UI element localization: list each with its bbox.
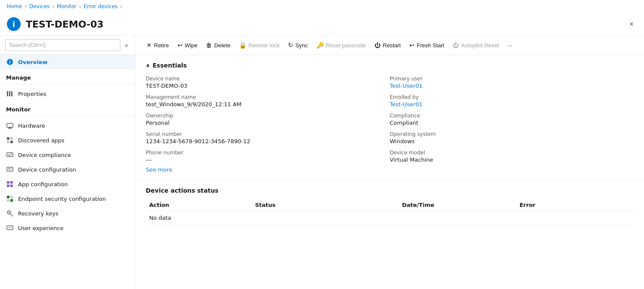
svg-rect-5 [7,123,13,127]
collapse-button[interactable]: « [123,40,130,50]
sidebar-item-device-compliance[interactable]: Device compliance [0,148,135,162]
svg-rect-12 [7,153,13,157]
col-header-status: Status [251,199,399,211]
col-header-error: Error [516,199,634,211]
device-model-value: Virtual Machine [390,157,634,163]
reset-passcode-icon: 🔑 [316,42,324,49]
see-more-link[interactable]: See more [146,166,172,173]
retire-label: Retire [154,42,169,49]
enrolled-by-value[interactable]: Test-User01 [390,101,634,108]
breadcrumb-devices[interactable]: Devices [29,3,49,9]
overview-label: Overview [18,59,48,65]
search-row: « [0,36,135,55]
remote-lock-button: 🔒 Remote lock [235,39,284,51]
device-configuration-icon [6,166,14,173]
hardware-icon [6,122,14,129]
content-area: ✕ Retire ↩ Wipe 🗑 Delete 🔒 Remote lock ↻ [135,36,644,289]
svg-rect-21 [10,184,13,187]
essentials-header[interactable]: ∧ Essentials [146,62,634,69]
toolbar: ✕ Retire ↩ Wipe 🗑 Delete 🔒 Remote lock ↻ [135,36,644,55]
svg-rect-3 [9,91,10,96]
col-header-action: Action [146,199,251,211]
svg-rect-24 [7,199,9,202]
fresh-start-icon: ↩ [409,42,414,49]
device-compliance-label: Device compliance [18,152,71,158]
wipe-button[interactable]: ↩ Wipe [173,39,202,51]
discovered-apps-icon [6,136,14,144]
primary-user-label: Primary user [390,76,634,82]
sidebar-item-app-configuration[interactable]: App configuration [0,177,135,191]
retire-icon: ✕ [147,42,152,49]
breadcrumb-error-devices[interactable]: Error devices [84,3,118,9]
more-label: ··· [508,42,512,49]
recovery-keys-icon [6,209,14,217]
breadcrumb-monitor[interactable]: Monitor [57,3,77,9]
wipe-icon: ↩ [178,42,183,49]
essentials-title: Essentials [153,62,187,69]
primary-user-value[interactable]: Test-User01 [390,83,634,89]
delete-icon: 🗑 [206,42,212,49]
sidebar-item-user-experience[interactable]: User experience [0,221,135,235]
field-device-model: Device model Virtual Machine [390,150,634,163]
svg-rect-25 [10,199,13,202]
app-configuration-label: App configuration [18,181,68,188]
page-title: TEST-DEMO-03 [26,19,104,30]
properties-icon [6,90,14,98]
sidebar-item-overview[interactable]: i Overview [0,55,135,69]
hardware-label: Hardware [18,123,45,129]
device-name-value: TEST-DEMO-03 [146,83,390,89]
manage-divider [0,84,135,85]
essentials-section: ∧ Essentials Device name TEST-DEMO-03 Ma… [135,55,644,180]
close-button[interactable]: × [626,18,637,31]
sidebar-item-endpoint-security[interactable]: Endpoint security configuration [0,191,135,206]
device-model-label: Device model [390,150,634,156]
page-header: i TEST-DEMO-03 × [0,13,644,36]
operating-system-value: Windows [390,138,634,144]
actions-table: Action Status Date/Time Error No data [146,199,634,225]
svg-point-28 [9,212,10,213]
delete-label: Delete [214,42,230,49]
svg-rect-10 [7,141,9,143]
field-compliance: Compliance Compliant [390,113,634,126]
breadcrumb-home[interactable]: Home [7,3,22,9]
compliance-value: Compliant [390,120,634,126]
sidebar-item-recovery-keys[interactable]: Recovery keys [0,206,135,221]
svg-line-14 [9,154,12,156]
phone-number-label: Phone number [146,150,390,156]
svg-text:i: i [9,60,10,65]
more-button[interactable]: ··· [503,40,517,51]
management-name-value: test_Windows_9/9/2020_12:11 AM [146,101,390,108]
properties-label: Properties [18,91,46,97]
sync-label: Sync [295,42,308,49]
delete-button[interactable]: 🗑 Delete [202,39,235,51]
sidebar-item-hardware[interactable]: Hardware [0,118,135,133]
col-header-datetime: Date/Time [399,199,516,211]
sync-button[interactable]: ↻ Sync [284,39,312,51]
fresh-start-button[interactable]: ↩ Fresh Start [405,39,448,51]
svg-rect-23 [10,196,13,198]
device-configuration-label: Device configuration [18,166,76,173]
manage-section-label: Manage [0,69,135,83]
remote-lock-icon: 🔒 [239,42,246,49]
fresh-start-label: Fresh Start [417,42,444,49]
field-device-name: Device name TEST-DEMO-03 [146,76,390,89]
discovered-apps-label: Discovered apps [18,137,64,144]
field-phone-number: Phone number --- [146,150,390,163]
endpoint-security-icon [6,195,14,203]
restart-button[interactable]: ⏻ Restart [370,39,405,51]
sync-icon: ↻ [288,42,293,49]
sidebar-item-device-configuration[interactable]: Device configuration [0,162,135,177]
search-input[interactable] [5,39,120,51]
user-experience-icon [6,224,14,232]
autopilot-reset-icon: ⏻ [453,42,459,49]
retire-button[interactable]: ✕ Retire [142,39,173,51]
sidebar-item-discovered-apps[interactable]: Discovered apps [0,133,135,148]
svg-rect-8 [7,137,9,140]
svg-rect-7 [8,128,12,129]
svg-line-27 [10,214,13,216]
device-actions-title: Device actions status [146,187,634,194]
phone-number-value: --- [146,157,390,163]
device-compliance-icon [6,151,14,159]
sidebar-item-properties[interactable]: Properties [0,86,135,101]
operating-system-label: Operating system [390,131,634,137]
